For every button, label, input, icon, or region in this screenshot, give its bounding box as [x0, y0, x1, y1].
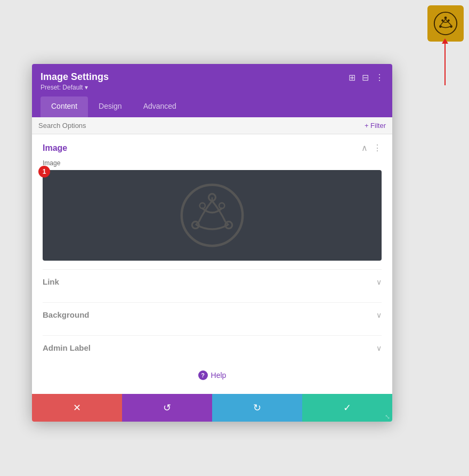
modal-title: Image Settings	[41, 71, 109, 83]
modal-header-left: Image Settings Preset: Default ▾	[41, 71, 109, 91]
link-chevron-icon: ∨	[376, 278, 382, 286]
corner-logo	[427, 5, 464, 42]
modal-footer-wrapper: ✕ ↺ ↻ ✓ ⤡	[32, 394, 392, 422]
admin-label-section-title: Admin Label	[43, 343, 91, 352]
save-button[interactable]: ✓	[302, 394, 392, 422]
tab-advanced[interactable]: Advanced	[133, 96, 187, 117]
modal-header-right: ⊞ ⊟ ⋮	[349, 71, 384, 83]
background-chevron-icon: ∨	[376, 311, 382, 319]
background-section: Background ∨	[43, 302, 382, 327]
svg-point-4	[448, 19, 450, 21]
modal-preset[interactable]: Preset: Default ▾	[41, 84, 109, 91]
search-input[interactable]	[38, 122, 365, 130]
help-section[interactable]: ? Help	[43, 360, 382, 385]
search-bar: + Filter	[32, 117, 392, 134]
admin-label-section-header[interactable]: Admin Label ∨	[43, 336, 382, 360]
red-arrow-indicator	[444, 43, 446, 85]
svg-point-2	[450, 25, 452, 28]
image-preview[interactable]	[43, 170, 382, 261]
admin-label-section: Admin Label ∨	[43, 335, 382, 360]
focus-icon[interactable]: ⊞	[349, 72, 355, 83]
filter-button[interactable]: + Filter	[365, 122, 386, 130]
svg-point-1	[444, 17, 447, 19]
columns-icon[interactable]: ⊟	[362, 72, 369, 83]
more-options-icon[interactable]: ⋮	[375, 72, 384, 83]
link-section: Link ∨	[43, 269, 382, 294]
modal-header: Image Settings Preset: Default ▾ ⊞ ⊟ ⋮	[32, 64, 392, 96]
background-section-header[interactable]: Background ∨	[43, 303, 382, 327]
help-label: Help	[211, 371, 227, 380]
modal-footer: ✕ ↺ ↻ ✓	[32, 394, 392, 422]
image-section-title: Image	[43, 143, 67, 153]
image-section-controls: ∧ ⋮	[361, 143, 382, 153]
svg-point-5	[441, 19, 443, 21]
link-section-title: Link	[43, 277, 59, 286]
resize-handle[interactable]: ⤡	[385, 413, 390, 421]
reset-button[interactable]: ↺	[122, 394, 212, 422]
redo-button[interactable]: ↻	[212, 394, 302, 422]
cancel-button[interactable]: ✕	[32, 394, 122, 422]
admin-label-chevron-icon: ∨	[376, 344, 382, 352]
image-settings-modal: Image Settings Preset: Default ▾ ⊞ ⊟ ⋮ C…	[32, 64, 392, 422]
modal-tabs: Content Design Advanced	[32, 96, 392, 117]
image-field-label: Image	[43, 159, 382, 167]
background-section-title: Background	[43, 310, 90, 319]
modal-body: Image ∧ ⋮ Image 1	[32, 134, 392, 394]
help-icon: ?	[198, 370, 208, 380]
tab-design[interactable]: Design	[88, 96, 133, 117]
image-badge: 1	[38, 166, 50, 178]
svg-point-0	[434, 12, 457, 35]
tab-content[interactable]: Content	[41, 96, 88, 117]
image-preview-wrapper: 1	[43, 170, 382, 261]
section-menu-icon[interactable]: ⋮	[373, 143, 382, 153]
collapse-icon[interactable]: ∧	[361, 143, 368, 153]
image-section-header: Image ∧ ⋮	[43, 143, 382, 153]
link-section-header[interactable]: Link ∨	[43, 270, 382, 294]
